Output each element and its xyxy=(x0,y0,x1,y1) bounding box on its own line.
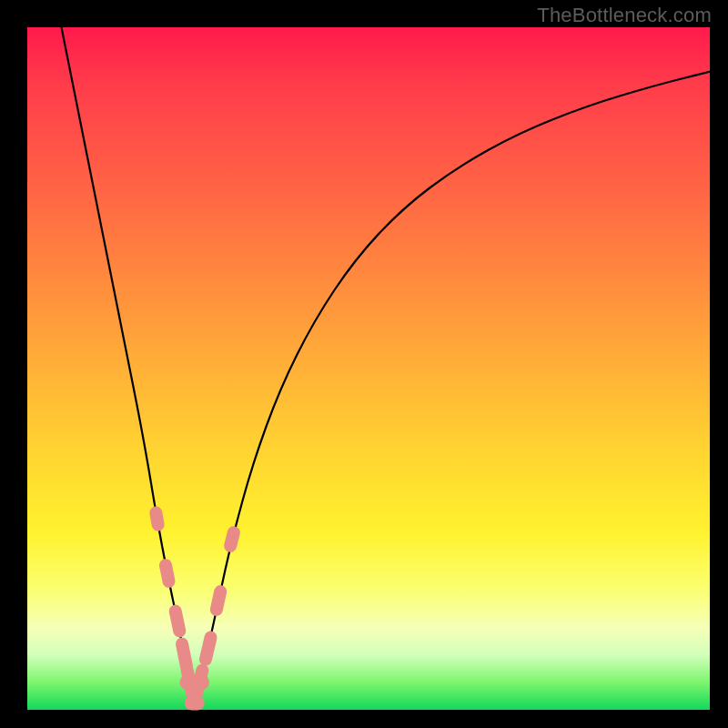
highlight-marker xyxy=(223,525,242,554)
curve-path xyxy=(62,27,711,698)
highlight-marker xyxy=(198,630,218,667)
highlight-marker xyxy=(158,558,177,589)
plot-area xyxy=(27,27,710,710)
highlight-marker xyxy=(208,584,228,618)
highlight-marker xyxy=(185,696,205,711)
highlight-marker xyxy=(189,675,209,690)
outer-frame: TheBottleneck.com xyxy=(0,0,728,728)
highlight-group xyxy=(148,505,241,710)
highlight-marker xyxy=(148,505,165,531)
highlight-marker xyxy=(167,603,187,638)
bottleneck-curve-svg xyxy=(27,27,710,710)
watermark-text: TheBottleneck.com xyxy=(537,4,712,27)
